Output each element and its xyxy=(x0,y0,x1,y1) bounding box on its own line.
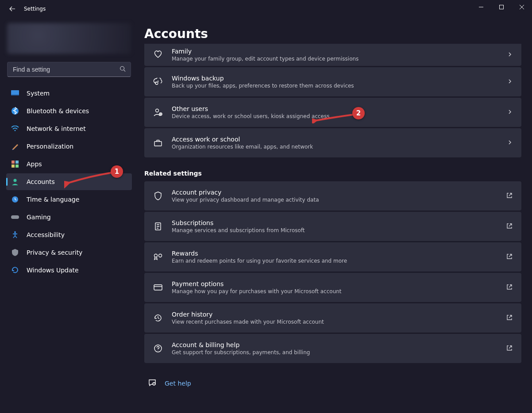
user-profile-card[interactable] xyxy=(7,23,131,54)
row-subtitle: Earn and redeem points for using your fa… xyxy=(172,258,497,264)
row-title: Access work or school xyxy=(172,136,498,143)
paintbrush-icon xyxy=(11,142,19,151)
row-account-privacy[interactable]: Account privacy View your privacy dashbo… xyxy=(144,181,521,210)
chevron-right-icon xyxy=(507,78,513,85)
svg-rect-7 xyxy=(15,161,19,164)
svg-point-10 xyxy=(14,179,17,182)
svg-point-14 xyxy=(156,109,159,112)
sidebar-item-accessibility[interactable]: Accessibility xyxy=(6,226,132,243)
row-subtitle: View recent purchases made with your Mic… xyxy=(172,319,497,325)
row-subtitle: Manage services and subscriptions from M… xyxy=(172,227,497,233)
sidebar-item-label: Gaming xyxy=(27,214,51,221)
history-icon xyxy=(153,313,163,323)
row-subtitle: Manage your family group, edit account t… xyxy=(172,56,498,62)
help-link-label: Get help xyxy=(165,380,191,387)
chat-help-icon xyxy=(148,378,157,388)
row-work-school[interactable]: Access work or school Organization resou… xyxy=(144,128,521,157)
row-windows-backup[interactable]: Windows backup Back up your files, apps,… xyxy=(144,67,521,96)
row-other-users[interactable]: Other users Device access, work or schoo… xyxy=(144,98,521,127)
sidebar-item-label: Personalization xyxy=(27,143,73,150)
svg-rect-8 xyxy=(12,164,15,168)
sidebar-item-network[interactable]: Network & internet xyxy=(6,120,132,137)
search-input[interactable] xyxy=(7,62,131,77)
row-subtitle: Manage how you pay for purchases with yo… xyxy=(172,288,497,294)
chevron-right-icon xyxy=(507,139,513,146)
sidebar: System Bluetooth & devices Network & int… xyxy=(0,18,138,413)
family-icon xyxy=(153,50,163,60)
row-order-history[interactable]: Order history View recent purchases made… xyxy=(144,303,521,333)
sidebar-item-label: Accounts xyxy=(27,178,55,185)
row-title: Windows backup xyxy=(172,75,498,82)
sidebar-nav: System Bluetooth & devices Network & int… xyxy=(6,85,132,279)
system-icon xyxy=(11,89,19,98)
sidebar-item-personalization[interactable]: Personalization xyxy=(6,138,132,155)
sidebar-item-update[interactable]: Windows Update xyxy=(6,262,132,279)
help-icon xyxy=(153,344,163,353)
svg-rect-16 xyxy=(154,141,162,146)
wifi-icon xyxy=(11,124,19,133)
titlebar: Settings xyxy=(0,0,532,18)
svg-point-13 xyxy=(14,231,16,233)
credit-card-icon xyxy=(153,283,163,292)
search-container xyxy=(7,62,131,77)
row-subtitle: Get support for subscriptions, payments,… xyxy=(172,349,497,356)
row-title: Subscriptions xyxy=(172,219,497,226)
briefcase-icon xyxy=(153,138,163,148)
rewards-icon xyxy=(153,252,163,262)
apps-icon xyxy=(11,160,19,168)
sidebar-item-label: System xyxy=(27,90,50,97)
external-link-icon xyxy=(506,192,513,200)
row-billing-help[interactable]: Account & billing help Get support for s… xyxy=(144,334,521,363)
gamepad-icon xyxy=(11,213,19,222)
sidebar-item-bluetooth[interactable]: Bluetooth & devices xyxy=(6,103,132,119)
get-help-link[interactable]: Get help xyxy=(148,378,521,388)
person-icon xyxy=(11,177,19,186)
privacy-shield-icon xyxy=(153,191,163,201)
search-icon xyxy=(120,66,126,73)
row-title: Rewards xyxy=(172,250,497,257)
section-heading-related: Related settings xyxy=(144,170,521,177)
sidebar-item-system[interactable]: System xyxy=(6,85,132,102)
row-subscriptions[interactable]: Subscriptions Manage services and subscr… xyxy=(144,212,521,241)
sidebar-item-label: Privacy & security xyxy=(27,249,82,256)
sidebar-item-label: Windows Update xyxy=(27,267,79,274)
row-title: Order history xyxy=(172,311,497,318)
svg-point-19 xyxy=(159,254,162,257)
row-subtitle: Back up your files, apps, preferences to… xyxy=(172,83,498,89)
external-link-icon xyxy=(506,253,513,261)
window-title: Settings xyxy=(24,6,46,12)
sidebar-item-label: Time & language xyxy=(27,196,79,203)
row-subtitle: Organization resources like email, apps,… xyxy=(172,144,498,150)
annotation-marker-1: 1 xyxy=(111,165,123,178)
sidebar-item-time[interactable]: Time & language xyxy=(6,191,132,208)
svg-point-5 xyxy=(15,130,16,131)
accessibility-icon xyxy=(11,230,19,239)
sidebar-item-label: Apps xyxy=(27,161,42,168)
svg-point-1 xyxy=(120,66,124,70)
external-link-icon xyxy=(506,223,513,230)
content-area: Accounts Family Manage your family group… xyxy=(138,18,532,413)
svg-rect-20 xyxy=(154,285,162,290)
row-title: Family xyxy=(172,48,498,55)
backup-icon xyxy=(153,77,163,87)
external-link-icon xyxy=(506,284,513,291)
sidebar-item-privacy[interactable]: Privacy & security xyxy=(6,244,132,261)
chevron-right-icon xyxy=(507,109,513,116)
row-title: Account & billing help xyxy=(172,341,497,348)
bluetooth-icon xyxy=(11,107,19,115)
clock-icon xyxy=(11,195,19,204)
minimize-button[interactable] xyxy=(471,0,491,14)
external-link-icon xyxy=(506,314,513,322)
sidebar-item-gaming[interactable]: Gaming xyxy=(6,209,132,226)
sidebar-item-label: Accessibility xyxy=(27,231,65,238)
close-button[interactable] xyxy=(512,0,532,14)
annotation-marker-2: 2 xyxy=(352,107,365,119)
other-users-icon xyxy=(153,107,163,117)
row-rewards[interactable]: Rewards Earn and redeem points for using… xyxy=(144,242,521,272)
row-family[interactable]: Family Manage your family group, edit ac… xyxy=(144,44,521,66)
svg-rect-12 xyxy=(11,215,19,219)
chevron-right-icon xyxy=(507,51,513,58)
row-payment-options[interactable]: Payment options Manage how you pay for p… xyxy=(144,273,521,302)
back-button[interactable] xyxy=(8,4,17,13)
maximize-button[interactable] xyxy=(491,0,512,14)
